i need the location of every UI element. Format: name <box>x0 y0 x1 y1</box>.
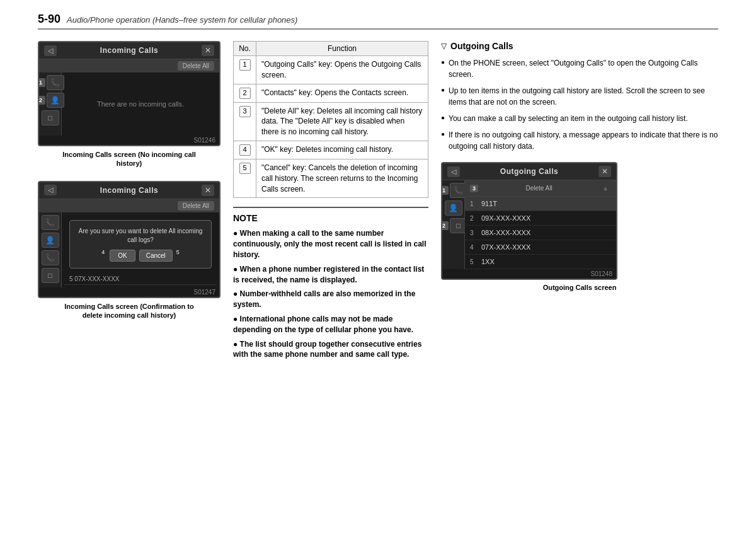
out-label-2: 2 <box>441 221 449 230</box>
section-title: Outgoing Calls <box>450 41 513 51</box>
num-box: 2 <box>239 88 251 99</box>
screen2-contact-btn[interactable]: 👤 <box>42 233 59 248</box>
right-column: ▽ Outgoing Calls On the PHONE screen, se… <box>441 41 718 522</box>
screen2-sidebar: 📞 👤 📞 □ <box>39 212 62 287</box>
screen2-dialog-area: Are you sure you want to delete All inco… <box>62 212 219 287</box>
bullet-item: If there is no outgoing call history, a … <box>441 129 718 152</box>
outgoing-list-item[interactable]: 209X-XXX-XXXX <box>465 211 616 226</box>
screen1-back-button[interactable]: ◁ <box>44 45 57 56</box>
table-header-no: No. <box>234 42 256 56</box>
list-item-text: 08X-XXX-XXXX <box>481 229 530 236</box>
screen1-close-button[interactable]: ✕ <box>202 45 214 56</box>
note-item: When making a call to the same number co… <box>233 228 428 260</box>
outgoing-sidebar: 1 📞 👤 2 □ <box>442 180 465 269</box>
note-title: NOTE <box>233 213 428 223</box>
outgoing-list-item[interactable]: 407X-XXX-XXXX <box>465 240 616 255</box>
screen2-caption: Incoming Calls screen (Confirmation to d… <box>38 302 220 320</box>
confirm-ok-button[interactable]: OK <box>110 250 135 262</box>
screen1-wrapper: ◁ Incoming Calls ✕ Delete All 1 📞 <box>38 41 220 168</box>
label-2: 2 <box>38 96 45 105</box>
bullet-item: Up to ten items in the outgoing call his… <box>441 85 718 108</box>
list-item-text: 07X-XXX-XXXX <box>481 243 530 251</box>
screen2-list-item: 5 07X-XXX-XXXX <box>64 274 217 285</box>
list-item-num: 2 <box>470 215 478 222</box>
list-item-num: 3 <box>470 229 478 236</box>
table-cell-function: "Outgoing Calls" key: Opens the Outgoing… <box>256 56 428 84</box>
table-cell-no: 4 <box>234 141 256 159</box>
note-item: When a phone number registered in the co… <box>233 264 428 286</box>
scroll-up-icon: ▲ <box>600 182 611 194</box>
outgoing-sidebar-row1: 1 📞 <box>441 183 467 198</box>
screen1-main: There are no incoming calls. <box>62 72 219 136</box>
function-table: No. Function 1"Outgoing Calls" key: Open… <box>233 41 428 198</box>
outgoing-list: 1911T209X-XXX-XXXX308X-XXX-XXXX407X-XXX-… <box>465 197 616 269</box>
screen1-delete-all-button[interactable]: Delete All <box>178 61 214 71</box>
phone-icon2: 📞 <box>45 218 55 227</box>
phone-icon: 📞 <box>50 78 60 87</box>
outgoing-main-content: 3 Delete All ▲ 1911T209X-XXX-XXXX308X-XX… <box>465 180 616 269</box>
confirm-buttons: 4 OK Cancel 5 <box>76 250 205 262</box>
page-number: 5-90 <box>38 13 60 26</box>
table-cell-function: "OK" key: Deletes incoming call history. <box>256 141 428 159</box>
extra-icon2: 📞 <box>45 253 55 262</box>
outgoing-contact-icon: 👤 <box>449 204 458 212</box>
table-row: 2"Contacts" key: Opens the Contacts scre… <box>234 84 428 102</box>
label-4: 4 <box>101 249 105 261</box>
table-header-function: Function <box>256 42 428 56</box>
outgoing-screen-mockup: ◁ Outgoing Calls ✕ 1 📞 <box>441 162 617 280</box>
outgoing-screen-wrapper-outer: ◁ Outgoing Calls ✕ 1 📞 <box>441 162 718 291</box>
note-item: Number-withheld calls are also memorized… <box>233 289 428 310</box>
table-row: 1"Outgoing Calls" key: Opens the Outgoin… <box>234 56 428 84</box>
outgoing-delete-all-label: Delete All <box>525 185 552 192</box>
outgoing-image-code: S01248 <box>442 269 616 279</box>
list-item-num: 4 <box>470 244 478 251</box>
screen2-mockup: ◁ Incoming Calls ✕ Delete All 📞 <box>38 181 220 298</box>
contact-icon: 👤 <box>50 96 60 105</box>
table-cell-no: 2 <box>234 84 256 102</box>
table-cell-no: 5 <box>234 159 256 197</box>
table-cell-no: 1 <box>234 56 256 84</box>
num-box: 1 <box>239 59 251 71</box>
list-item-num: 5 <box>470 258 478 265</box>
screen1-sidebar-row1: 1 📞 <box>38 75 64 90</box>
bullet-item: You can make a call by selecting an item… <box>441 113 718 124</box>
outgoing-sidebar-row2: 2 □ <box>441 218 467 233</box>
out-label-1: 1 <box>441 186 449 195</box>
outgoing-title: Outgoing Calls <box>500 167 558 176</box>
page-container: 5-90 Audio/Phone operation (Hands–free s… <box>0 0 756 544</box>
outgoing-toolbar: 3 Delete All ▲ <box>465 180 616 197</box>
table-cell-function: "Delete All" key: Deletes all incoming c… <box>256 102 428 141</box>
screen2-extra-btn2[interactable]: 📞 <box>42 250 59 265</box>
outgoing-close-button[interactable]: ✕ <box>598 166 611 177</box>
screen2-back-button[interactable]: ◁ <box>44 185 57 195</box>
screen1-toolbar: Delete All <box>39 59 219 72</box>
screen2-wrapper: ◁ Incoming Calls ✕ Delete All 📞 <box>38 181 220 320</box>
screen2-body: 📞 👤 📞 □ <box>39 212 219 287</box>
num-box: 5 <box>239 163 251 174</box>
outgoing-list-item[interactable]: 308X-XXX-XXXX <box>465 226 616 240</box>
section-heading: ▽ Outgoing Calls <box>441 41 718 51</box>
screen1-extra-btn[interactable]: □ <box>42 110 59 125</box>
outgoing-list-item[interactable]: 51XX <box>465 255 616 269</box>
bullet-item: On the PHONE screen, select "Outgoing Ca… <box>441 57 718 80</box>
confirm-cancel-button[interactable]: Cancel <box>139 250 173 262</box>
screen1-image-code: S01246 <box>39 136 219 145</box>
screen1-title: Incoming Calls <box>100 46 158 55</box>
note-item: International phone calls may not be mad… <box>233 314 428 335</box>
outgoing-caption: Outgoing Calls screen <box>441 284 718 291</box>
outgoing-contact-btn[interactable]: 👤 <box>445 200 462 216</box>
list-item-num: 1 <box>470 200 478 207</box>
screen2-extra-btn3[interactable]: □ <box>42 268 59 283</box>
table-cell-function: "Cancel" key: Cancels the deletion of in… <box>256 159 428 197</box>
screen1-body: 1 📞 2 👤 <box>39 72 219 136</box>
screen2-close-button[interactable]: ✕ <box>202 185 214 196</box>
screen2-phone-btn[interactable]: 📞 <box>42 215 59 230</box>
table-cell-no: 3 <box>234 102 256 141</box>
screen1-caption: Incoming Calls screen (No incoming call … <box>38 150 220 168</box>
outgoing-back-button[interactable]: ◁ <box>447 166 460 177</box>
outgoing-list-item[interactable]: 1911T <box>465 197 616 211</box>
confirm-dialog: Are you sure you want to delete All inco… <box>69 220 212 269</box>
screen2-delete-all-button[interactable]: Delete All <box>178 201 214 211</box>
num-box: 3 <box>239 106 251 117</box>
screen1-sidebar-row2: 2 👤 <box>38 93 64 108</box>
